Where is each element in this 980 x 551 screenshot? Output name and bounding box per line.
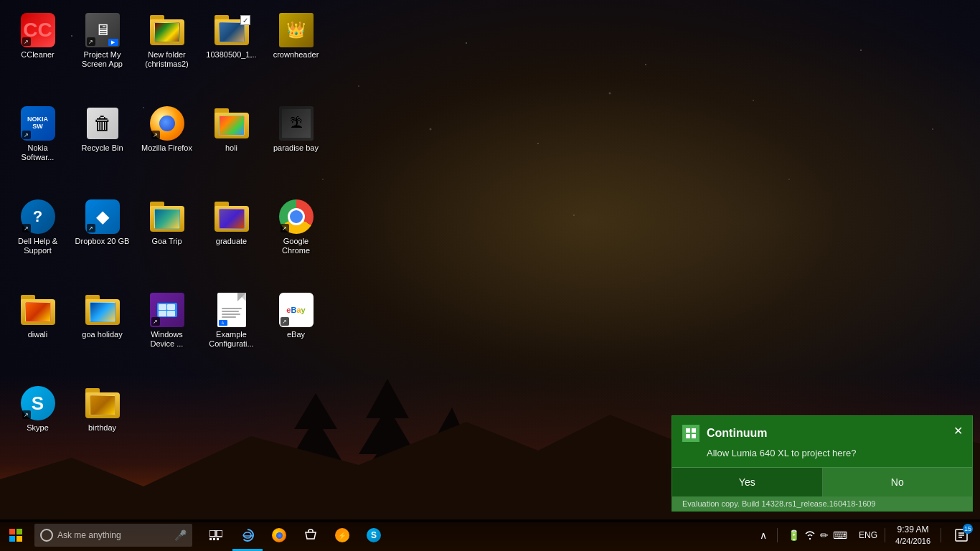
folder-10380500-img: ✓ — [215, 15, 249, 45]
windows-logo-icon — [9, 529, 22, 542]
skype-taskbar-button[interactable]: S — [359, 519, 389, 551]
icon-goa-trip[interactable]: Goa Trip — [136, 194, 197, 258]
icon-dell-label: Dell Help & Support — [10, 237, 65, 255]
icon-new-folder-christmas[interactable]: New folder (christmas2) — [136, 7, 197, 75]
continuum-no-button[interactable]: No — [823, 468, 973, 496]
store-icon — [304, 529, 317, 542]
svg-rect-16 — [217, 538, 219, 540]
folder-goa-holiday-img — [85, 295, 120, 325]
taskbar-divider-3 — [941, 528, 941, 542]
folder-birthday-img — [85, 388, 120, 418]
popup-message: Allow Lumia 640 XL to project here? — [697, 448, 972, 467]
popup-buttons: Yes No — [672, 467, 972, 496]
icon-paradise-bay[interactable]: 🏝 paradise bay — [265, 100, 326, 165]
shortcut-arrow: ↗ — [87, 224, 95, 232]
ie-button[interactable]: ⚡ — [327, 519, 357, 551]
icon-graduate[interactable]: graduate — [201, 194, 262, 258]
icon-example-config[interactable]: A Example Configurati... — [201, 287, 262, 354]
icon-project-label: Project My Screen App — [75, 50, 130, 69]
icon-windows-device[interactable]: ↗ Windows Device ... — [136, 287, 197, 354]
svg-rect-10 — [9, 536, 15, 542]
svg-rect-5 — [692, 428, 696, 433]
icon-goa-holiday[interactable]: goa holiday — [72, 287, 133, 352]
keyboard-icon[interactable]: ⌨ — [833, 529, 847, 541]
icon-goa-holiday-label: goa holiday — [82, 330, 122, 339]
icon-skype-label: Skype — [27, 423, 49, 433]
icon-dropbox[interactable]: ◆ ↗ Dropbox 20 GB — [72, 194, 133, 258]
taskbar: Ask me anything 🎤 — [0, 519, 980, 551]
icon-recycle-bin[interactable]: 🗑 Recycle Bin — [72, 100, 133, 165]
task-view-icon — [209, 530, 222, 540]
popup-title: Continuum — [707, 427, 767, 440]
chevron-up-icon[interactable]: ∧ — [760, 529, 767, 541]
continuum-icon — [682, 425, 699, 442]
icon-ccleaner[interactable]: CC ↗ CCleaner — [7, 7, 68, 72]
svg-rect-15 — [213, 538, 215, 540]
date-display: 4/24/2016 — [895, 536, 930, 546]
store-button[interactable] — [296, 519, 326, 551]
language-indicator[interactable]: ENG — [856, 530, 880, 540]
taskbar-middle-buttons: ⚡ S — [201, 519, 389, 551]
start-button[interactable] — [0, 519, 32, 551]
icon-ebay[interactable]: eBay ↗ eBay — [265, 287, 326, 352]
taskbar-search[interactable]: Ask me anything 🎤 — [34, 524, 192, 547]
icon-windows-device-label: Windows Device ... — [139, 330, 194, 349]
pen-icon[interactable]: ✏ — [820, 529, 829, 541]
svg-rect-13 — [217, 530, 222, 537]
icon-graduate-label: graduate — [216, 237, 247, 246]
file-icon-img: A — [217, 293, 246, 327]
folder-goa-trip-img — [150, 202, 184, 232]
popup-close-button[interactable]: ✕ — [951, 423, 965, 438]
icon-dell-help[interactable]: ? ↗ Dell Help & Support — [7, 194, 68, 261]
firefox-taskbar-icon — [272, 528, 286, 542]
edge-icon — [241, 529, 254, 542]
desktop: CC ↗ CCleaner 🖥 ▶ ↗ Project My Screen Ap… — [0, 0, 980, 551]
continuum-icon-svg — [685, 428, 697, 439]
icon-holi[interactable]: holi — [201, 100, 262, 165]
task-view-button[interactable] — [201, 519, 231, 551]
icon-google-chrome[interactable]: ↗ Google Chrome — [265, 194, 326, 261]
icon-nokia-label: Nokia Softwar... — [10, 143, 65, 162]
skype-taskbar-icon: S — [367, 528, 381, 542]
edge-browser-button[interactable] — [232, 519, 263, 551]
app-icon-orange: ⚡ — [335, 528, 349, 542]
shortcut-arrow: ↗ — [22, 37, 31, 46]
icon-birthday[interactable]: birthday — [72, 380, 133, 445]
continuum-yes-button[interactable]: Yes — [672, 468, 823, 496]
popup-eval-text: Evaluation copy. Build 14328.rs1_release… — [672, 496, 972, 511]
icon-10380500[interactable]: ✓ 10380500_1... — [201, 7, 262, 72]
firefox-taskbar-button[interactable] — [264, 519, 294, 551]
tray-right-icons: 🔋 ✏ ⌨ — [782, 529, 853, 542]
chrome-icon-img — [279, 199, 314, 234]
icon-nokia[interactable]: NOKIASW ↗ Nokia Softwar... — [7, 100, 68, 168]
icon-birthday-label: birthday — [88, 423, 116, 433]
wifi-icon[interactable] — [804, 529, 816, 542]
icon-recycle-label: Recycle Bin — [81, 143, 123, 153]
desktop-icons-grid: CC ↗ CCleaner 🖥 ▶ ↗ Project My Screen Ap… — [0, 0, 359, 517]
microphone-icon: 🎤 — [174, 529, 187, 541]
wifi-svg-icon — [804, 529, 816, 540]
icon-chrome-label: Google Chrome — [268, 237, 324, 255]
clock-date-display[interactable]: 9:39 AM 4/24/2016 — [890, 524, 936, 546]
shortcut-arrow: ↗ — [151, 317, 160, 326]
shortcut-arrow: ↗ — [281, 317, 289, 326]
notification-center-button[interactable]: 15 — [946, 519, 977, 551]
taskbar-system-tray: ∧ 🔋 ✏ ⌨ ENG — [754, 519, 980, 551]
icon-example-config-label: Example Configurati... — [204, 330, 259, 349]
svg-rect-14 — [209, 538, 212, 540]
svg-rect-6 — [686, 434, 690, 438]
icon-skype[interactable]: S ↗ Skype — [7, 380, 68, 445]
system-tray-icons: ∧ — [754, 529, 773, 541]
icon-holi-label: holi — [225, 143, 237, 153]
icon-paradise-bay-label: paradise bay — [273, 143, 319, 153]
icon-diwali[interactable]: diwali — [7, 287, 68, 352]
ebay-icon-img: eBay — [279, 293, 314, 327]
time-display: 9:39 AM — [897, 524, 929, 536]
svg-rect-4 — [686, 428, 690, 433]
svg-rect-11 — [17, 536, 22, 542]
icon-crownheader[interactable]: 👑 crownheader — [265, 7, 326, 72]
icon-mozilla-firefox[interactable]: ↗ Mozilla Firefox — [136, 100, 197, 165]
icon-10380500-label: 10380500_1... — [206, 50, 256, 60]
battery-icon[interactable]: 🔋 — [788, 529, 800, 541]
icon-project-my-screen[interactable]: 🖥 ▶ ↗ Project My Screen App — [72, 7, 133, 75]
